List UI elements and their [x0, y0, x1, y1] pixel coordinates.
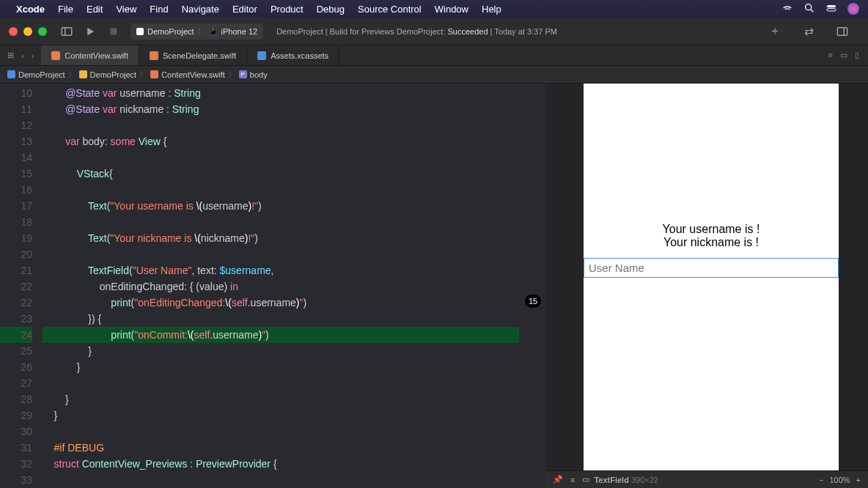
crumb[interactable]: DemoProject — [90, 70, 137, 79]
window-menu[interactable]: Window — [435, 4, 468, 15]
tab-label: ContentView.swift — [65, 51, 128, 60]
siri-icon[interactable] — [847, 3, 859, 15]
code-review-icon[interactable]: ⇄ — [802, 25, 815, 38]
zoom-out-icon[interactable]: − — [819, 476, 823, 484]
control-center-icon[interactable] — [825, 2, 837, 16]
file-menu[interactable]: File — [58, 4, 73, 15]
svg-point-0 — [806, 4, 812, 10]
svg-rect-2 — [827, 8, 836, 10]
zoom-level[interactable]: 100% — [829, 476, 850, 484]
editor-options-icon[interactable]: ≡ — [828, 51, 833, 60]
jump-bar[interactable]: DemoProject 〉 DemoProject 〉 ContentView.… — [0, 66, 868, 84]
scheme-device: iPhone 12 — [221, 27, 258, 36]
pin-icon[interactable]: 📌 — [553, 475, 563, 484]
minimize-button[interactable] — [23, 27, 32, 36]
navigate-menu[interactable]: Navigate — [182, 4, 219, 15]
tab-label: Assets.xcassets — [271, 51, 328, 60]
svg-rect-5 — [837, 27, 847, 35]
sidebar-toggle-icon[interactable] — [60, 25, 73, 38]
stop-button[interactable] — [107, 25, 120, 38]
tab-scenedelegate[interactable]: SceneDelegate.swift — [139, 45, 247, 65]
editor-tabbar: ⊞ ‹ › ContentView.swift SceneDelegate.sw… — [0, 45, 868, 66]
close-button[interactable] — [9, 27, 18, 36]
preview-canvas[interactable]: Your username is ! Your nickname is ! — [584, 84, 839, 470]
crumb[interactable]: DemoProject — [18, 70, 65, 79]
maximize-button[interactable] — [38, 27, 47, 36]
tab-label: SceneDelegate.swift — [163, 51, 236, 60]
inspector-toggle-icon[interactable] — [836, 25, 849, 38]
related-items-icon[interactable]: ⊞ — [7, 51, 14, 60]
source-control-menu[interactable]: Source Control — [358, 4, 422, 15]
split-editor-icon[interactable]: ▯ — [855, 51, 859, 60]
back-button[interactable]: ‹ — [21, 51, 24, 60]
preview-status-bar: 📌 ≡ ▭ TextField 390×22 − 100% + — [545, 470, 868, 488]
edit-menu[interactable]: Edit — [87, 4, 103, 15]
help-menu[interactable]: Help — [482, 4, 501, 15]
adjust-editor-icon[interactable]: ▭ — [840, 51, 847, 60]
device-icon[interactable]: ▭ — [582, 475, 589, 484]
preview-text-2: Your nickname is ! — [584, 236, 839, 249]
preview-mode-icon[interactable]: ≡ — [570, 476, 575, 484]
tab-assets[interactable]: Assets.xcassets — [247, 45, 339, 65]
scheme-selector[interactable]: DemoProject 〉 📱 iPhone 12 — [130, 23, 263, 40]
window-controls — [9, 27, 47, 36]
line-gutter: 1011121314151617181920212222232425262728… — [0, 84, 43, 488]
run-button[interactable] — [84, 25, 97, 38]
editor-menu[interactable]: Editor — [232, 4, 257, 15]
app-menu[interactable]: Xcode — [16, 4, 45, 15]
code-area[interactable]: @State var username : String @State var … — [43, 84, 545, 488]
debug-menu[interactable]: Debug — [317, 4, 345, 15]
crumb[interactable]: ContentView.swift — [161, 70, 225, 79]
svg-rect-4 — [111, 28, 117, 34]
macos-menubar: Xcode File Edit View Find Navigate Edito… — [0, 0, 868, 18]
preview-text-1: Your username is ! — [584, 223, 839, 236]
scheme-project: DemoProject — [147, 27, 194, 36]
add-button[interactable]: ＋ — [768, 25, 781, 38]
wifi-icon[interactable] — [781, 2, 793, 16]
view-menu[interactable]: View — [116, 4, 136, 15]
build-status: DemoProject | Build for Previews DemoPro… — [276, 27, 557, 36]
product-menu[interactable]: Product — [271, 4, 304, 15]
preview-panel: Your username is ! Your nickname is ! 📌 … — [545, 84, 868, 488]
svg-rect-1 — [827, 5, 836, 7]
selected-element: TextField 390×22 — [594, 476, 658, 484]
svg-rect-3 — [62, 27, 72, 35]
execution-count-badge: 15 — [525, 295, 541, 308]
tab-contentview[interactable]: ContentView.swift — [41, 45, 139, 65]
code-editor[interactable]: 1011121314151617181920212222232425262728… — [0, 84, 545, 488]
find-menu[interactable]: Find — [150, 4, 168, 15]
preview-textfield[interactable] — [584, 258, 839, 278]
spotlight-icon[interactable] — [803, 2, 815, 16]
zoom-in-icon[interactable]: + — [856, 476, 861, 484]
xcode-toolbar: DemoProject 〉 📱 iPhone 12 DemoProject | … — [0, 18, 868, 45]
crumb[interactable]: body — [250, 70, 268, 79]
forward-button[interactable]: › — [32, 51, 34, 60]
